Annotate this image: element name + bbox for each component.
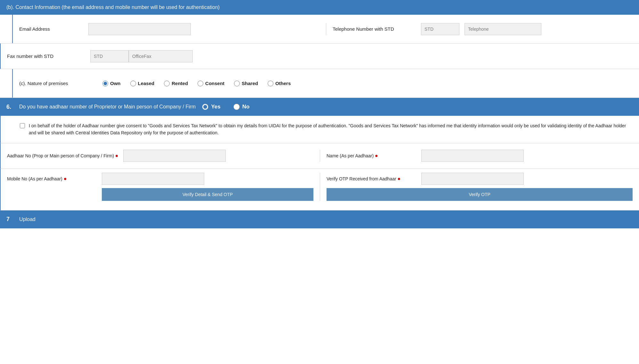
- premises-own-label: Own: [110, 81, 121, 86]
- section6-option-no[interactable]: No: [233, 104, 250, 110]
- email-input[interactable]: [88, 23, 191, 35]
- aadhaar-required-dot: ●: [115, 153, 118, 158]
- email-telephone-two-col: Email Address Telephone Number with STD: [19, 23, 633, 35]
- aadhaar-name-content: Aadhaar No (Prop or Main person of Compa…: [1, 143, 639, 169]
- mobile-required-dot: ●: [64, 176, 67, 181]
- email-col: Email Address: [19, 23, 326, 35]
- section6-no-label: No: [242, 104, 250, 110]
- name-aadhaar-input[interactable]: [421, 150, 524, 162]
- premises-others-label: Others: [275, 81, 291, 86]
- aadhaar-name-row: Aadhaar No (Prop or Main person of Compa…: [0, 143, 639, 169]
- aadhaar-no-label: Aadhaar No (Prop or Main person of Compa…: [7, 153, 118, 159]
- mobile-otp-content: Mobile No (As per Aadhaar) ● Verify Deta…: [1, 169, 639, 210]
- section6-content: Do you have aadhaar number of Proprietor…: [19, 104, 633, 110]
- consent-row: I on behalf of the holder of Aadhaar num…: [0, 116, 639, 143]
- fax-row: Fax number with STD: [0, 44, 639, 69]
- fax-content: Fax number with STD: [1, 45, 639, 67]
- telephone-label: Telephone Number with STD: [333, 26, 416, 32]
- telephone-col: Telephone Number with STD: [326, 23, 633, 35]
- premises-radio-shared[interactable]: [234, 81, 240, 86]
- consent-text: I on behalf of the holder of Aadhaar num…: [29, 122, 633, 137]
- otp-input-row: Verify OTP Received from Aadhaar ●: [327, 173, 633, 185]
- telephone-number-input[interactable]: [465, 23, 541, 35]
- mobile-input[interactable]: [102, 173, 204, 185]
- premises-radio-others[interactable]: [268, 81, 273, 86]
- fax-number-input[interactable]: [129, 50, 193, 62]
- section6-radio-group: Yes No: [202, 104, 249, 110]
- email-telephone-content: Email Address Telephone Number with STD: [13, 15, 639, 43]
- section6-header: 6. Do you have aadhaar number of Proprie…: [0, 98, 639, 116]
- telephone-std-input[interactable]: [421, 23, 459, 35]
- contact-info-header: (b). Contact Information (the email addr…: [0, 0, 639, 15]
- premises-option-own[interactable]: Own: [102, 81, 121, 86]
- premises-radio-own[interactable]: [102, 81, 108, 86]
- section7-number: 7: [6, 216, 14, 223]
- fax-std-input[interactable]: [90, 50, 129, 62]
- otp-col: Verify OTP Received from Aadhaar ● Verif…: [320, 173, 633, 201]
- consent-checkbox[interactable]: [20, 123, 25, 128]
- aadhaar-no-col: Aadhaar No (Prop or Main person of Compa…: [7, 150, 320, 162]
- premises-rented-label: Rented: [172, 81, 188, 86]
- premises-option-others[interactable]: Others: [268, 81, 291, 86]
- premises-content: (c). Nature of premises Own Leased Rente…: [13, 69, 639, 98]
- mobile-label: Mobile No (As per Aadhaar) ●: [7, 176, 97, 182]
- name-aadhaar-label: Name (As per Aadhaar) ●: [327, 153, 416, 159]
- email-label: Email Address: [19, 26, 83, 32]
- section6-radio-no[interactable]: [233, 104, 240, 110]
- premises-option-leased[interactable]: Leased: [130, 81, 155, 86]
- aadhaar-name-col: Name (As per Aadhaar) ●: [320, 150, 633, 162]
- section6-question: Do you have aadhaar number of Proprietor…: [19, 104, 196, 110]
- row-left-border: [0, 15, 13, 43]
- verify-otp-button[interactable]: Verify OTP: [327, 188, 633, 201]
- premises-radio-consent[interactable]: [198, 81, 203, 86]
- mobile-input-row: Mobile No (As per Aadhaar) ●: [7, 173, 313, 185]
- contact-header-text: (b). Contact Information (the email addr…: [6, 4, 220, 10]
- premises-radio-group: Own Leased Rented Consent Shared: [102, 81, 291, 86]
- premises-shared-label: Shared: [242, 81, 258, 86]
- otp-input[interactable]: [421, 173, 524, 185]
- fax-label: Fax number with STD: [7, 53, 90, 59]
- premises-radio-leased[interactable]: [130, 81, 136, 86]
- premises-option-consent[interactable]: Consent: [198, 81, 224, 86]
- section6-number: 6.: [6, 104, 14, 110]
- otp-label: Verify OTP Received from Aadhaar ●: [327, 176, 416, 182]
- premises-label: (c). Nature of premises: [19, 81, 102, 86]
- aadhaar-no-input[interactable]: [123, 150, 226, 162]
- email-telephone-row: Email Address Telephone Number with STD: [0, 15, 639, 44]
- premises-row: (c). Nature of premises Own Leased Rente…: [0, 69, 639, 98]
- otp-required-dot: ●: [398, 176, 401, 181]
- premises-leased-label: Leased: [138, 81, 155, 86]
- section6-option-yes[interactable]: Yes: [202, 104, 220, 110]
- premises-option-rented[interactable]: Rented: [164, 81, 188, 86]
- mobile-col: Mobile No (As per Aadhaar) ● Verify Deta…: [7, 173, 320, 201]
- section6-radio-yes[interactable]: [202, 104, 208, 110]
- send-otp-button[interactable]: Verify Detail & Send OTP: [102, 188, 313, 201]
- section7-header: 7 Upload: [0, 210, 639, 228]
- name-required-dot: ●: [375, 153, 378, 158]
- premises-row-left: [0, 69, 13, 98]
- premises-option-shared[interactable]: Shared: [234, 81, 258, 86]
- mobile-otp-row: Mobile No (As per Aadhaar) ● Verify Deta…: [0, 169, 639, 210]
- form-wrapper: (b). Contact Information (the email addr…: [0, 0, 639, 228]
- premises-radio-rented[interactable]: [164, 81, 170, 86]
- section7-label: Upload: [19, 217, 36, 222]
- section6-yes-label: Yes: [211, 104, 220, 110]
- premises-consent-label: Consent: [205, 81, 224, 86]
